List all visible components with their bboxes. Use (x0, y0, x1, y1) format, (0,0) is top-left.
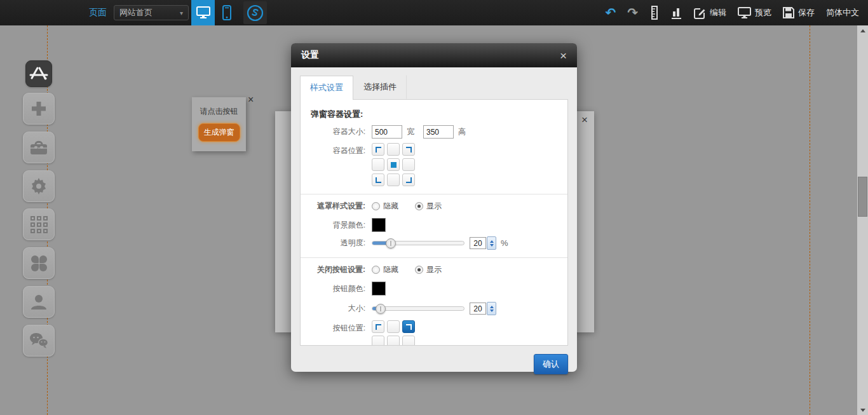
tab-style-settings[interactable]: 样式设置 (300, 76, 353, 100)
closebtn-size-slider[interactable] (372, 306, 465, 311)
link-mode-button[interactable] (243, 1, 267, 24)
mask-opacity-input[interactable] (470, 237, 486, 249)
floppy-disk-icon (783, 7, 794, 18)
closebtn-size-stepper[interactable] (487, 302, 496, 315)
language-switcher[interactable]: 简体中文 (826, 7, 859, 18)
closebtn-position-label: 按钮位置: (311, 320, 372, 334)
container-position-cell-bottom[interactable] (387, 173, 400, 186)
closebtn-position-cell-top-right-selected[interactable] (402, 320, 415, 333)
closebtn-position-cell-top-left[interactable] (372, 320, 384, 333)
mask-opacity-label: 透明度: (311, 238, 372, 248)
container-height-input[interactable] (423, 125, 454, 139)
person-icon (29, 292, 48, 311)
language-label: 简体中文 (826, 7, 859, 18)
closebtn-size-label: 大小: (311, 303, 372, 314)
sidebar-item-wechat[interactable] (23, 325, 55, 357)
sidebar-item-modules[interactable] (23, 208, 55, 240)
container-position-label: 容器位置: (311, 143, 372, 156)
section-title-close-button: 关闭按钮设置: (311, 264, 372, 275)
closebtn-hide-radio[interactable] (372, 266, 380, 274)
dialog-close-icon[interactable]: × (560, 50, 567, 62)
container-position-grid (372, 143, 415, 186)
closebtn-position-cell-top[interactable] (387, 320, 400, 333)
app-store-icon (29, 65, 48, 82)
container-position-cell-top-right[interactable] (402, 143, 415, 156)
undo-icon[interactable]: ↶ (605, 5, 616, 20)
widget-close-icon[interactable]: × (248, 95, 254, 105)
settings-dialog: 设置 × 样式设置 选择插件 弹窗容器设置: 容器大小: 宽 高 容器位置: (291, 43, 577, 372)
closebtn-position-grid (372, 320, 415, 346)
closebtn-show-label: 显示 (426, 264, 442, 275)
closebtn-show-radio[interactable] (415, 266, 423, 274)
mobile-view-button[interactable] (215, 1, 238, 24)
preview-button[interactable]: 预览 (738, 7, 771, 19)
monitor-icon (196, 6, 210, 19)
sidebar-item-add[interactable] (23, 93, 55, 125)
mask-bgcolor-label: 背景颜色: (311, 220, 372, 231)
section-divider (301, 257, 567, 258)
closebtn-hide-label: 隐藏 (383, 264, 398, 275)
ruler-icon[interactable] (649, 6, 660, 20)
mask-show-label: 显示 (426, 201, 442, 212)
scroll-up-arrow[interactable] (857, 25, 868, 36)
redo-icon[interactable]: ↷ (627, 5, 638, 20)
closebtn-size-slider-handle[interactable] (376, 304, 386, 314)
popup-preview-close-icon[interactable]: × (581, 114, 588, 126)
clover-icon (31, 255, 47, 271)
container-width-input[interactable] (372, 125, 402, 139)
closebtn-position-cell-left[interactable] (372, 336, 384, 346)
mask-opacity-slider-handle[interactable] (386, 238, 396, 248)
mask-opacity-stepper[interactable] (487, 236, 496, 250)
mask-color-swatch[interactable] (372, 218, 386, 232)
sidebar-item-settings[interactable] (23, 170, 55, 202)
edit-pencil-icon (694, 7, 706, 19)
sidebar-item-design[interactable] (25, 60, 52, 87)
closebtn-position-cell-right[interactable] (402, 336, 415, 346)
edit-label: 编辑 (710, 7, 726, 18)
wechat-icon (29, 332, 49, 350)
sidebar-item-member[interactable] (23, 286, 55, 318)
dialog-header[interactable]: 设置 × (291, 43, 577, 67)
smartphone-icon (222, 5, 231, 20)
page-select-dropdown[interactable]: 网站首页 ▾ (114, 5, 189, 20)
container-position-cell-center-selected[interactable] (387, 158, 400, 171)
chevron-down-icon: ▾ (180, 10, 183, 17)
gear-icon (29, 177, 48, 196)
popup-trigger-widget[interactable]: 请点击按钮 生成弹窗 × (192, 97, 246, 151)
edit-button[interactable]: 编辑 (694, 7, 726, 19)
save-button[interactable]: 保存 (783, 7, 815, 18)
save-label: 保存 (798, 7, 815, 18)
page-label: 页面 (89, 7, 107, 18)
sidebar-item-toolbox[interactable] (23, 132, 55, 163)
plus-icon (30, 100, 48, 118)
mask-hide-label: 隐藏 (383, 201, 398, 212)
height-unit-label: 高 (458, 126, 466, 137)
container-position-cell-left[interactable] (372, 158, 384, 171)
dialog-title: 设置 (301, 50, 319, 61)
container-position-cell-top[interactable] (387, 143, 400, 156)
grid-icon (31, 216, 48, 233)
container-position-cell-bottom-left[interactable] (372, 173, 384, 186)
closebtn-size-input[interactable] (470, 303, 486, 315)
confirm-button[interactable]: 确认 (534, 354, 568, 374)
dialog-tabs: 样式设置 选择插件 (300, 75, 568, 99)
container-position-cell-bottom-right[interactable] (402, 173, 415, 186)
mask-show-radio[interactable] (415, 202, 423, 210)
mask-opacity-slider[interactable] (372, 241, 465, 245)
closebtn-position-cell-center[interactable] (387, 336, 400, 346)
scroll-down-arrow[interactable] (857, 405, 868, 415)
tab-choose-plugin[interactable]: 选择插件 (353, 75, 407, 99)
desktop-view-button[interactable] (191, 0, 215, 25)
page-scrollbar[interactable] (857, 25, 868, 415)
toolbox-icon (29, 139, 48, 156)
section-divider (301, 194, 567, 194)
container-position-cell-right[interactable] (402, 158, 415, 171)
generate-popup-button[interactable]: 生成弹窗 (198, 123, 240, 142)
mask-hide-radio[interactable] (372, 202, 380, 210)
section-title-container: 弹窗容器设置: (311, 109, 557, 120)
scrollbar-thumb[interactable] (858, 177, 867, 217)
stats-bars-icon[interactable] (671, 6, 682, 19)
sidebar-item-plugins[interactable] (23, 247, 55, 279)
closebtn-color-swatch[interactable] (372, 282, 386, 296)
container-position-cell-top-left[interactable] (372, 143, 384, 156)
